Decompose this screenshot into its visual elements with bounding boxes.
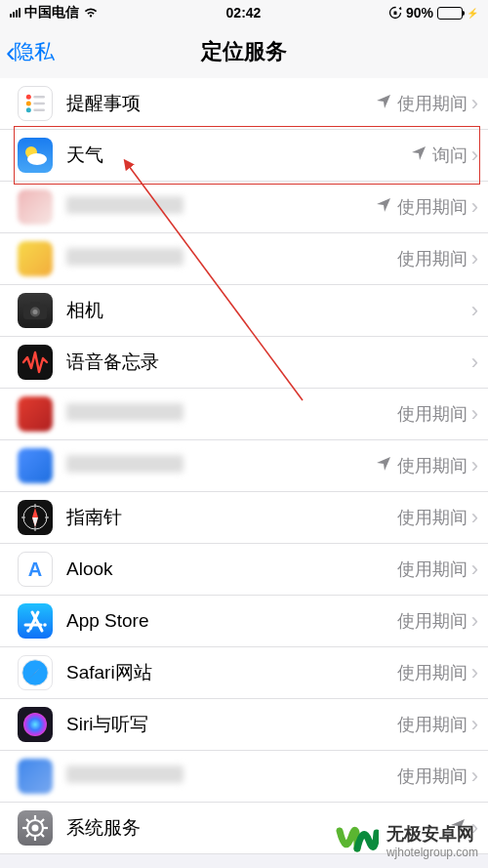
row-label: App Store [66, 610, 397, 632]
row-label [66, 455, 376, 477]
svg-point-22 [26, 629, 30, 633]
row-label: Siri与听写 [66, 712, 397, 737]
row-label: Safari网站 [66, 660, 397, 685]
app-list: 提醒事项使用期间›天气询问›使用期间›使用期间›相机›语音备忘录›使用期间›使用… [0, 78, 488, 854]
row-status: 使用期间 [397, 558, 471, 581]
page-title: 定位服务 [201, 37, 287, 66]
blur5-app-icon [18, 759, 53, 794]
blur1-app-icon [18, 189, 53, 225]
row-safari[interactable]: Safari网站使用期间› [0, 647, 488, 699]
row-label: 指南针 [66, 505, 397, 530]
svg-point-36 [32, 825, 39, 832]
row-status: 使用期间 [376, 195, 471, 219]
svg-line-32 [26, 819, 29, 822]
back-button[interactable]: ‹ 隐私 [6, 25, 55, 78]
row-blur3[interactable]: 使用期间› [0, 389, 488, 440]
back-label: 隐私 [14, 38, 55, 65]
row-alook[interactable]: AAlook使用期间› [0, 544, 488, 596]
reminders-app-icon [18, 86, 53, 121]
row-status-label: 询问 [432, 144, 468, 167]
row-status-label: 使用期间 [397, 765, 468, 788]
row-status-label: 使用期间 [397, 506, 468, 529]
camera-app-icon [18, 293, 53, 328]
row-compass[interactable]: 指南针使用期间› [0, 492, 488, 544]
redacted-label [66, 403, 183, 421]
status-right: 90% ⚡ [388, 5, 478, 21]
svg-line-34 [41, 819, 44, 822]
row-status-label: 使用期间 [397, 713, 468, 736]
chevron-right-icon: › [471, 246, 488, 271]
row-blur4[interactable]: 使用期间› [0, 440, 488, 492]
chevron-right-icon: › [471, 401, 488, 427]
row-status: 使用期间 [397, 247, 471, 270]
chevron-right-icon: › [471, 712, 488, 737]
row-label: 天气 [66, 143, 411, 168]
row-blur1[interactable]: 使用期间› [0, 182, 488, 233]
chevron-right-icon: › [471, 453, 488, 478]
svg-line-33 [41, 834, 44, 837]
row-status: 使用期间 [397, 506, 471, 529]
row-status-label: 使用期间 [397, 661, 468, 684]
row-status-label: 使用期间 [397, 195, 468, 219]
row-label [66, 196, 376, 219]
appstore-app-icon [18, 603, 53, 639]
row-appstore[interactable]: App Store使用期间› [0, 596, 488, 647]
chevron-right-icon: › [471, 557, 488, 582]
cell-signal-icon [10, 8, 20, 18]
svg-point-13 [33, 310, 38, 314]
row-label: 语音备忘录 [66, 350, 468, 375]
row-status: 使用期间 [376, 454, 471, 477]
row-blur5[interactable]: 使用期间› [0, 751, 488, 803]
row-status-label: 使用期间 [397, 609, 468, 633]
battery-pct-label: 90% [406, 5, 433, 21]
row-blur2[interactable]: 使用期间› [0, 233, 488, 285]
rotation-lock-icon [388, 6, 402, 20]
redacted-label [66, 455, 183, 473]
row-label: Alook [66, 558, 397, 580]
svg-point-9 [27, 153, 47, 165]
watermark-text: 无极安卓网 wjhotelgroup.com [386, 822, 478, 859]
svg-rect-5 [33, 96, 45, 99]
row-status: 使用期间 [397, 661, 471, 684]
row-reminders[interactable]: 提醒事项使用期间› [0, 78, 488, 130]
row-status: 使用期间 [397, 713, 471, 736]
compass-app-icon [18, 500, 53, 535]
row-status-label: 使用期间 [397, 247, 468, 270]
svg-point-2 [26, 95, 31, 100]
chevron-right-icon: › [471, 298, 488, 323]
charging-icon: ⚡ [467, 8, 478, 19]
row-status-label: 使用期间 [397, 402, 468, 426]
row-weather[interactable]: 天气询问› [0, 130, 488, 182]
watermark-logo-icon [336, 819, 379, 862]
row-label: 相机 [66, 298, 468, 323]
carrier-label: 中国电信 [24, 4, 79, 21]
watermark: 无极安卓网 wjhotelgroup.com [326, 813, 488, 868]
alook-app-icon: A [18, 552, 53, 587]
blur2-app-icon [18, 241, 53, 276]
clock-label: 02:42 [226, 5, 262, 21]
blur3-app-icon [18, 396, 53, 432]
safari-app-icon [18, 655, 53, 690]
system-app-icon [18, 810, 53, 846]
svg-rect-1 [393, 12, 396, 16]
svg-point-23 [43, 623, 47, 627]
location-arrow-icon [376, 456, 391, 476]
redacted-label [66, 248, 183, 266]
row-camera[interactable]: 相机› [0, 285, 488, 337]
row-status-label: 使用期间 [397, 92, 468, 115]
row-label [66, 403, 397, 426]
svg-line-35 [26, 834, 29, 837]
row-label [66, 248, 397, 270]
row-siri[interactable]: Siri与听写使用期间› [0, 699, 488, 751]
battery-icon [437, 7, 463, 20]
row-label [66, 765, 397, 788]
row-voice[interactable]: 语音备忘录› [0, 337, 488, 389]
chevron-right-icon: › [471, 764, 488, 789]
row-status: 询问 [411, 144, 471, 167]
chevron-right-icon: › [471, 608, 488, 634]
row-status: 使用期间 [397, 765, 471, 788]
location-arrow-icon [376, 94, 391, 114]
chevron-right-icon: › [471, 660, 488, 685]
watermark-brand: 无极安卓网 [386, 822, 478, 846]
svg-point-26 [23, 713, 47, 736]
